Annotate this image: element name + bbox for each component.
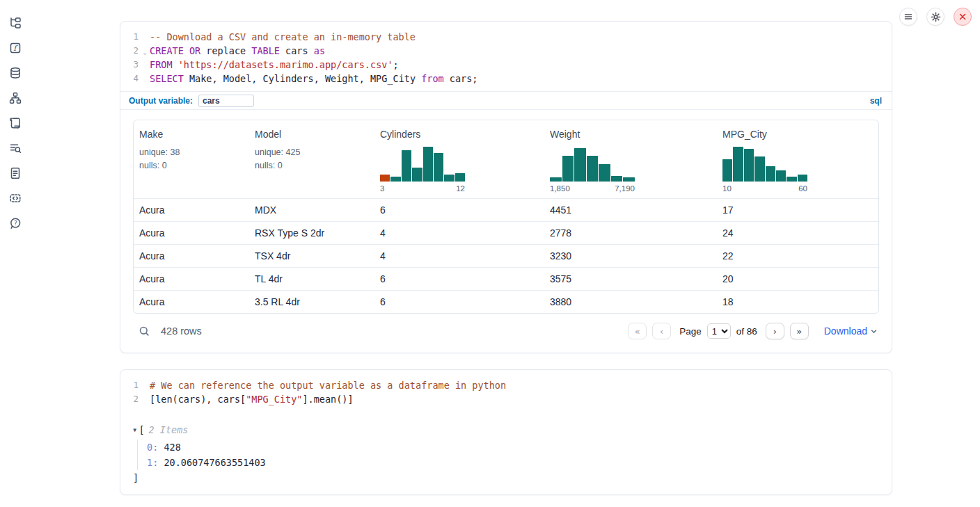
table-cell: TL 4dr <box>249 273 374 284</box>
tree-root: ▼ [ 2 Items <box>133 423 879 437</box>
shutdown-button[interactable] <box>954 8 972 26</box>
table-cell: MDX <box>249 204 374 216</box>
table-cell: Acura <box>134 227 249 239</box>
table-cell: 6 <box>374 296 544 307</box>
function-square-icon[interactable]: f <box>8 41 22 54</box>
page-select[interactable]: 1 <box>707 323 731 339</box>
output-variable-row: Output variable: sql <box>120 91 892 109</box>
logs-search-icon[interactable] <box>8 141 22 154</box>
column-header-cylinders[interactable]: Cylinders312 <box>374 120 544 198</box>
histogram-min-label: 1,850 <box>550 184 570 193</box>
token-keyword: FROM <box>150 59 173 70</box>
token-plain: cars; <box>444 73 478 84</box>
table-cell: 3.5 RL 4dr <box>249 296 374 307</box>
code-line[interactable]: 2⌄CREATE OR replace TABLE cars as <box>120 44 892 58</box>
table-cell: Acura <box>134 204 249 216</box>
table-cell: Acura <box>134 250 249 261</box>
menu-button[interactable] <box>899 8 917 26</box>
table-body: AcuraMDX6445117AcuraRSX Type S 2dr427782… <box>134 198 878 313</box>
code-line[interactable]: 4SELECT Make, Model, Cylinders, Weight, … <box>120 72 892 86</box>
table-row: AcuraTSX 4dr4323022 <box>134 244 878 267</box>
database-icon[interactable] <box>8 66 22 79</box>
table-cell: 3880 <box>544 296 717 307</box>
table-cell: 6 <box>374 273 544 284</box>
code-line[interactable]: 1-- Download a CSV and create an in-memo… <box>120 30 892 44</box>
code-line[interactable]: 1# We can reference the output variable … <box>120 378 892 392</box>
column-header-weight[interactable]: Weight1,8507,190 <box>544 120 717 198</box>
column-header-model[interactable]: Modelunique: 425nulls: 0 <box>249 120 374 198</box>
histogram-max-label: 7,190 <box>615 184 635 193</box>
histogram-labels: 1,8507,190 <box>550 184 635 193</box>
notebook-controls <box>899 8 972 26</box>
tree-collapse-icon[interactable]: ▼ <box>133 424 136 436</box>
output-variable-input[interactable] <box>198 95 254 107</box>
token-plain: [len(cars), cars[ <box>150 394 246 405</box>
output-variable-label: Output variable: <box>129 96 193 106</box>
table-cell: 3575 <box>544 273 717 284</box>
histogram-bar <box>587 156 599 182</box>
tree-item: 1: 20.060747663551403 <box>147 455 879 470</box>
fold-toggle-icon[interactable]: ⌄ <box>143 45 147 59</box>
token-comment: -- Download a CSV and create an in-memor… <box>150 31 416 42</box>
page-label: Page <box>679 326 702 337</box>
table-cell: 17 <box>717 204 878 216</box>
last-page-button[interactable]: » <box>790 323 809 339</box>
snippets-code-icon[interactable] <box>8 191 22 204</box>
line-number: 1 <box>120 30 141 44</box>
first-page-button[interactable]: « <box>628 323 647 339</box>
page-total: of 86 <box>736 326 757 337</box>
table-footer: 428 rows « ‹ Page 1 of 86 › » Download <box>133 320 879 342</box>
file-tree-icon[interactable] <box>8 16 22 29</box>
column-stat: nulls: 0 <box>255 160 369 171</box>
code-text: SELECT Make, Model, Cylinders, Weight, M… <box>141 72 477 86</box>
code-line[interactable]: 3FROM 'https://datasets.marimo.app/cars.… <box>120 58 892 72</box>
histogram-bar <box>611 176 623 182</box>
sql-cell-output: Makeunique: 38nulls: 0Modelunique: 425nu… <box>120 109 892 348</box>
token-keyword: SELECT <box>150 73 184 84</box>
code-text: [len(cars), cars["MPG_City"].mean()] <box>141 392 354 406</box>
histogram-bar <box>733 147 743 182</box>
table-cell: Acura <box>134 296 249 307</box>
column-name: Make <box>139 129 244 140</box>
histogram-bar <box>434 153 443 182</box>
token-string: 'https://datasets.marimo.app/cars.csv' <box>178 59 393 70</box>
data-table: Makeunique: 38nulls: 0Modelunique: 425nu… <box>133 120 879 314</box>
python-code-editor[interactable]: 1# We can reference the output variable … <box>120 370 892 412</box>
python-cell: 1# We can reference the output variable … <box>120 369 892 495</box>
histogram-bar <box>722 159 732 182</box>
table-cell: 4 <box>374 227 544 239</box>
histogram-bars <box>722 145 807 182</box>
code-text: # We can reference the output variable a… <box>141 378 506 392</box>
tree-items: 0: 4281: 20.060747663551403 <box>137 440 879 470</box>
token-keyword: OR <box>189 45 200 56</box>
sql-code-editor[interactable]: 1-- Download a CSV and create an in-memo… <box>120 22 892 91</box>
download-label: Download <box>824 325 867 337</box>
table-search-button[interactable] <box>139 325 150 337</box>
token-plain: cars <box>280 45 314 56</box>
table-cell: 4 <box>374 250 544 261</box>
column-stat: nulls: 0 <box>139 160 244 171</box>
next-page-button[interactable]: › <box>766 323 784 339</box>
table-cell: Acura <box>134 273 249 284</box>
scratchpad-scroll-icon[interactable] <box>8 116 22 129</box>
code-text: CREATE OR replace TABLE cars as <box>141 44 325 58</box>
histogram-bar <box>412 168 422 182</box>
language-badge: sql <box>870 96 882 106</box>
table-cell: 2778 <box>544 227 717 239</box>
search-icon <box>139 325 150 337</box>
settings-button[interactable] <box>926 8 945 26</box>
download-button[interactable]: Download <box>824 325 878 337</box>
hamburger-icon <box>903 12 913 22</box>
code-line[interactable]: 2[len(cars), cars["MPG_City"].mean()] <box>120 392 892 406</box>
document-icon[interactable] <box>8 166 22 179</box>
histogram-max-label: 60 <box>798 184 807 193</box>
column-header-mpg_city[interactable]: MPG_City1060 <box>717 120 878 198</box>
svg-text:f: f <box>13 44 18 53</box>
dependency-graph-icon[interactable] <box>8 91 22 104</box>
column-header-make[interactable]: Makeunique: 38nulls: 0 <box>134 120 249 198</box>
token-comment: # We can reference the output variable a… <box>150 380 506 391</box>
chevron-down-icon <box>870 328 878 335</box>
help-icon[interactable]: ? <box>8 216 22 230</box>
prev-page-button[interactable]: ‹ <box>652 323 671 339</box>
histogram-bar <box>423 147 433 182</box>
